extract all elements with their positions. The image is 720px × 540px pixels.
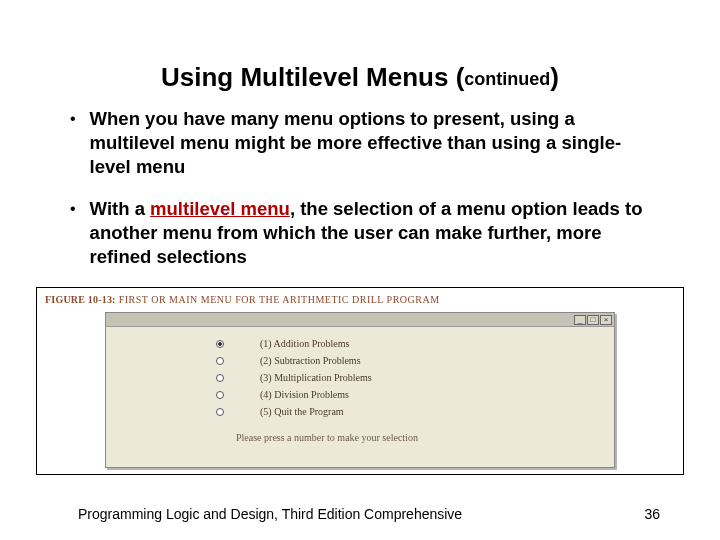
minimize-button[interactable]: _ <box>574 315 586 325</box>
bullet-list: • When you have many menu options to pre… <box>70 107 660 269</box>
bullet-prefix: With a <box>90 198 150 219</box>
figure-caption: FIGURE 10-13: FIRST OR MAIN MENU FOR THE… <box>37 288 683 309</box>
bullet-dot-icon: • <box>70 107 76 179</box>
slide-footer: Programming Logic and Design, Third Edit… <box>78 506 660 522</box>
slide-title: Using Multilevel Menus (continued) <box>0 62 720 93</box>
figure-container: FIGURE 10-13: FIRST OR MAIN MENU FOR THE… <box>36 287 684 475</box>
menu-item-label: (4) Division Problems <box>260 389 349 400</box>
maximize-button[interactable]: □ <box>587 315 599 325</box>
menu-item-label: (2) Subtraction Problems <box>260 355 361 366</box>
menu-item: (3) Multiplication Problems <box>106 369 614 386</box>
radio-icon[interactable] <box>216 391 224 399</box>
menu-item-label: (3) Multiplication Problems <box>260 372 372 383</box>
bullet-item: • When you have many menu options to pre… <box>70 107 660 179</box>
radio-icon[interactable] <box>216 408 224 416</box>
radio-icon[interactable] <box>216 340 224 348</box>
menu-item: (5) Quit the Program <box>106 403 614 420</box>
menu-item-label: (5) Quit the Program <box>260 406 344 417</box>
figure-label: FIGURE 10-13: <box>45 294 116 305</box>
close-button[interactable]: × <box>600 315 612 325</box>
menu-options: (1) Addition Problems (2) Subtraction Pr… <box>106 327 614 443</box>
bullet-text: With a multilevel menu, the selection of… <box>90 197 660 269</box>
title-close-paren: ) <box>550 62 559 92</box>
title-main: Using Multilevel Menus <box>161 62 456 92</box>
dialog-window: _ □ × (1) Addition Problems (2) Subtract… <box>105 312 615 468</box>
menu-prompt: Please press a number to make your selec… <box>236 432 614 443</box>
figure-caption-text: FIRST OR MAIN MENU FOR THE ARITHMETIC DR… <box>116 294 440 305</box>
menu-item: (1) Addition Problems <box>106 335 614 352</box>
menu-item: (4) Division Problems <box>106 386 614 403</box>
radio-icon[interactable] <box>216 357 224 365</box>
menu-item-label: (1) Addition Problems <box>260 338 349 349</box>
footer-page-number: 36 <box>644 506 660 522</box>
title-continued: continued <box>464 69 550 89</box>
radio-icon[interactable] <box>216 374 224 382</box>
bullet-item: • With a multilevel menu, the selection … <box>70 197 660 269</box>
footer-book-title: Programming Logic and Design, Third Edit… <box>78 506 462 522</box>
bullet-text: When you have many menu options to prese… <box>90 107 660 179</box>
bullet-dot-icon: • <box>70 197 76 269</box>
menu-item: (2) Subtraction Problems <box>106 352 614 369</box>
keyword-multilevel-menu: multilevel menu <box>150 198 290 219</box>
titlebar: _ □ × <box>106 313 614 327</box>
